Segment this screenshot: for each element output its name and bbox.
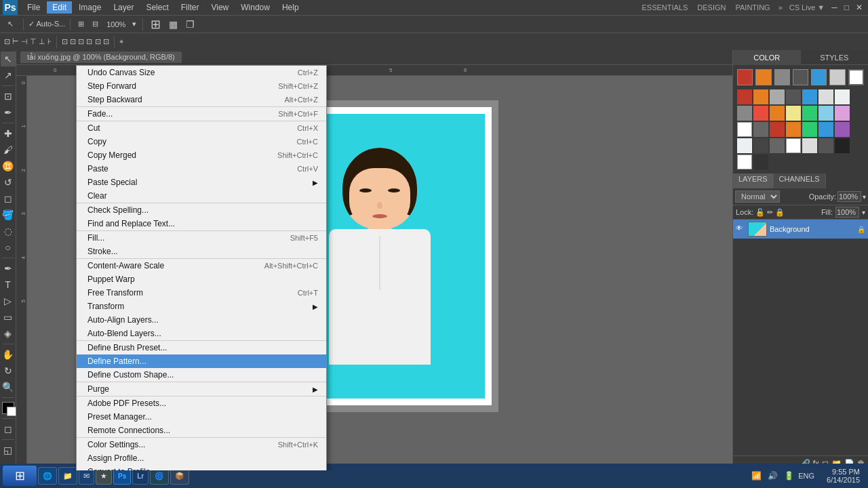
swatch-skyblue[interactable] [818, 106, 833, 121]
menu-help[interactable]: Help [277, 1, 304, 14]
color-sample4[interactable] [811, 69, 827, 85]
menu-copy[interactable]: Copy Ctrl+C [77, 135, 326, 148]
swatch-khaki[interactable] [786, 106, 801, 121]
swatch-blue2[interactable] [818, 122, 833, 137]
pen-tool[interactable]: ✒ [1, 261, 16, 276]
healing-tool[interactable]: ✚ [1, 126, 16, 141]
minimize-btn[interactable]: ─ [829, 3, 840, 12]
menu-preset-manager[interactable]: Preset Manager... [77, 410, 326, 424]
taskbar-clock[interactable]: 9:55 PM 6/14/2015 [821, 468, 865, 484]
swatch-blue[interactable] [802, 89, 817, 104]
menu-check-spelling[interactable]: Check Spelling... [77, 203, 326, 217]
swatch-gray2[interactable] [753, 122, 768, 137]
swatch-red3[interactable] [770, 122, 785, 137]
layer-visibility-eye[interactable]: 👁 [736, 224, 745, 234]
swatch-vdark[interactable] [835, 138, 850, 153]
menu-remote-connections[interactable]: Remote Connections... [77, 424, 326, 437]
menu-auto-align-layers[interactable]: Auto-Align Layers... [77, 313, 326, 327]
swatch-green[interactable] [802, 106, 817, 121]
menu-file[interactable]: File [22, 1, 45, 14]
swatch-wht4[interactable] [737, 155, 752, 169]
path-tool[interactable]: ▷ [1, 293, 16, 308]
3d-tool[interactable]: ◈ [1, 326, 16, 341]
menu-select[interactable]: Select [140, 1, 174, 14]
menu-puppet-warp[interactable]: Puppet Warp [77, 272, 326, 286]
swatch-dgray2[interactable] [818, 138, 833, 153]
menu-convert-to-profile[interactable]: Convert to Profile... [77, 465, 326, 470]
menu-assign-profile[interactable]: Assign Profile... [77, 451, 326, 465]
sound-icon[interactable]: 🔊 [766, 469, 779, 483]
history-brush[interactable]: ↺ [1, 175, 16, 190]
grid-icon[interactable]: ⊞ [148, 17, 163, 32]
swatch-green2[interactable] [802, 122, 817, 137]
menu-copy-merged[interactable]: Copy Merged Shift+Ctrl+C [77, 148, 326, 162]
swatch-gray[interactable] [770, 89, 785, 104]
menu-auto-blend-layers[interactable]: Auto-Blend Layers... [77, 327, 326, 340]
document-tab[interactable]: tải xuống.jpg @ 100% (Background, RGB/8) [20, 52, 182, 63]
zoom-tool[interactable]: 🔍 [1, 380, 16, 394]
shape-tool[interactable]: ▭ [1, 310, 16, 325]
menu-edit[interactable]: Edit [47, 1, 72, 14]
dodge-tool[interactable]: ○ [1, 240, 16, 255]
rotate-tool[interactable]: ↻ [1, 363, 16, 378]
tab-color[interactable]: COLOR [733, 50, 801, 65]
menu-purge[interactable]: Purge ▶ [77, 382, 326, 396]
close-btn[interactable]: ✕ [853, 3, 865, 12]
quick-mask[interactable]: ◻ [1, 422, 16, 436]
start-button[interactable]: ⊞ [3, 466, 37, 486]
swatch-lightgray[interactable] [818, 89, 833, 104]
swatch-red2[interactable] [753, 106, 768, 121]
swatch-orange[interactable] [753, 89, 768, 104]
menu-define-pattern[interactable]: Define Pattern... [77, 354, 326, 368]
swatch-purple[interactable] [835, 122, 850, 137]
menu-step-forward[interactable]: Step Forward Shift+Ctrl+Z [77, 79, 326, 93]
menu-fade[interactable]: Fade... Shift+Ctrl+F [77, 107, 326, 121]
menu-undo-canvas-size[interactable]: Undo Canvas Size Ctrl+Z [77, 66, 326, 79]
menu-transform[interactable]: Transform ▶ [77, 300, 326, 313]
menu-window[interactable]: Window [235, 1, 275, 14]
move-tool[interactable]: ↖ [3, 18, 18, 30]
eyedropper-tool[interactable]: ✒ [1, 105, 16, 120]
tab-layers[interactable]: LAYERS [733, 174, 774, 188]
swatch-medgray[interactable] [737, 106, 752, 121]
swatch-dark2[interactable] [753, 155, 768, 169]
brush-tool[interactable]: 🖌 [1, 142, 16, 157]
screen-mode[interactable]: ◱ [1, 443, 16, 458]
swatch-orange3[interactable] [786, 122, 801, 137]
color-sample2[interactable] [774, 69, 790, 85]
ie-btn[interactable]: 🌐 [38, 467, 57, 485]
menu-paste[interactable]: Paste Ctrl+V [77, 162, 326, 176]
swatch-white[interactable] [737, 122, 752, 137]
color-sample6[interactable] [848, 69, 864, 85]
menu-filter[interactable]: Filter [176, 1, 205, 14]
menu-view[interactable]: View [205, 1, 234, 14]
menu-cut[interactable]: Cut Ctrl+X [77, 121, 326, 135]
menu-image[interactable]: Image [73, 1, 106, 14]
swatch-white3[interactable] [786, 138, 801, 153]
swatch-gray3[interactable] [770, 138, 785, 153]
show-grid[interactable]: ⊟ [90, 20, 101, 28]
swatch-darkgray[interactable] [786, 89, 801, 104]
clone-tool[interactable]: ♊ [1, 159, 16, 174]
crop-tool[interactable]: ⊡ [1, 89, 16, 104]
layer-row-background[interactable]: 👁 Background 🔒 [733, 220, 868, 239]
menu-find-replace[interactable]: Find and Replace Text... [77, 217, 326, 230]
swatch-red[interactable] [737, 89, 752, 104]
menu-content-aware-scale[interactable]: Content-Aware Scale Alt+Shift+Ctrl+C [77, 259, 326, 272]
network-icon[interactable]: 📶 [749, 469, 763, 483]
zoom-btn[interactable]: ▾ [131, 20, 138, 28]
color-sample5[interactable] [829, 69, 845, 85]
color-sample3[interactable] [793, 69, 808, 85]
hand-tool[interactable]: ✋ [1, 347, 16, 362]
menu-clear[interactable]: Clear [77, 189, 326, 203]
swatch-orange2[interactable] [770, 106, 785, 121]
text-tool[interactable]: T [1, 277, 16, 292]
tab-styles[interactable]: STYLES [801, 50, 869, 65]
menu-step-backward[interactable]: Step Backward Alt+Ctrl+Z [77, 93, 326, 106]
fill-arrow[interactable]: ▾ [862, 209, 865, 216]
blur-tool[interactable]: ◌ [1, 224, 16, 239]
swatch-white2[interactable] [737, 138, 752, 153]
fill-input[interactable] [835, 207, 859, 218]
color-sample1[interactable] [755, 69, 771, 85]
menu-layer[interactable]: Layer [108, 1, 139, 14]
